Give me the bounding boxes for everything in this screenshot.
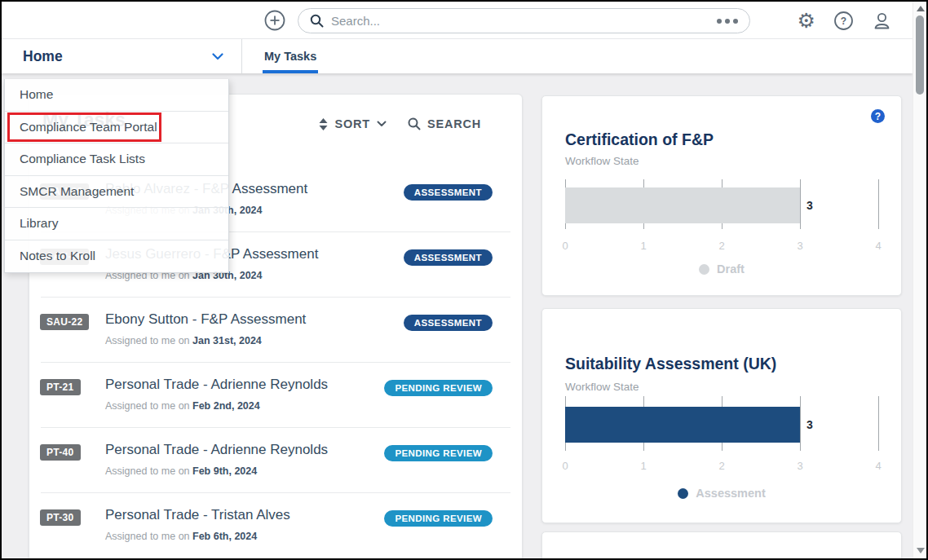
chart-bar	[565, 187, 800, 223]
home-dropdown-label: Home	[23, 48, 63, 65]
axis-tick-label: 0	[562, 240, 568, 252]
task-row[interactable]: PT-30Personal Trade - Tristan AlvesAssig…	[29, 498, 522, 560]
scroll-down-icon[interactable]	[917, 548, 925, 553]
axis-tick-label: 2	[718, 240, 724, 252]
tab-my-tasks[interactable]: My Tasks	[253, 39, 328, 73]
chart-card-certification: ?Certification of F&PWorkflow State01234…	[541, 95, 902, 296]
chart-subtitle: Workflow State	[565, 155, 639, 167]
menu-item-label: SMCR Management	[20, 184, 134, 199]
task-status-badge: PENDING REVIEW	[384, 510, 493, 527]
menu-item-label: Compliance Task Lists	[20, 152, 145, 166]
task-status-badge: ASSESSMENT	[404, 184, 493, 201]
chart-legend: Draft	[542, 262, 901, 276]
chart-plot-area	[565, 396, 878, 451]
search-tasks-button[interactable]: SEARCH	[408, 117, 481, 130]
task-row[interactable]: PT-40Personal Trade - Adrienne ReynoldsA…	[29, 433, 522, 498]
chevron-down-icon	[212, 53, 223, 60]
menu-item-label: Notes to Kroll	[20, 249, 95, 263]
task-assigned-date: Assigned to me on Feb 9th, 2024	[105, 465, 257, 477]
chart-card-partial	[541, 531, 902, 560]
axis-tick-label: 4	[875, 240, 881, 252]
user-icon	[872, 11, 892, 31]
sort-arrows-icon	[319, 118, 328, 130]
chevron-down-icon	[377, 121, 387, 127]
chart-card-suitability: Suitability Assessment (UK)Workflow Stat…	[541, 308, 902, 523]
legend-dot-icon	[699, 264, 709, 275]
plus-circle-icon	[264, 10, 285, 31]
legend-label: Assessment	[696, 487, 765, 500]
axis-tick-label: 2	[718, 460, 724, 472]
axis-tick-label: 0	[562, 460, 568, 472]
task-id-badge: SAU-22	[40, 314, 89, 330]
sort-label: SORT	[334, 117, 369, 130]
legend-label: Draft	[717, 262, 745, 276]
app-window: ⚙ ? Home My Tasks	[0, 0, 928, 560]
search-input[interactable]	[331, 14, 717, 28]
global-search-bar[interactable]	[298, 8, 750, 33]
active-tab-indicator	[263, 70, 318, 73]
axis-tick-line	[878, 179, 879, 229]
question-circle-icon: ?	[833, 11, 854, 31]
task-title: Personal Trade - Tristan Alves	[105, 507, 290, 523]
chart-bar	[565, 407, 800, 443]
svg-text:?: ?	[841, 15, 846, 27]
task-assigned-date: Assigned to me on Feb 2nd, 2024	[105, 400, 260, 412]
chart-subtitle: Workflow State	[565, 381, 639, 393]
home-dropdown[interactable]: Home	[2, 39, 242, 73]
menu-item-label: Library	[20, 216, 58, 231]
task-title: Personal Trade - Adrienne Reynolds	[105, 377, 328, 393]
chart-title: Suitability Assessment (UK)	[565, 355, 776, 373]
task-id-badge: PT-30	[40, 509, 81, 526]
menu-item-smcr-management[interactable]: SMCR Management	[5, 176, 228, 209]
scrollbar-thumb[interactable]	[916, 15, 924, 95]
search-icon	[310, 14, 324, 28]
task-status-badge: PENDING REVIEW	[384, 445, 493, 461]
task-assigned-date: Assigned to me on Feb 6th, 2024	[105, 531, 257, 542]
search-tasks-label: SEARCH	[427, 117, 481, 130]
chart-plot-area	[565, 179, 878, 229]
task-title: Personal Trade - Adrienne Reynolds	[105, 442, 328, 458]
nav-bar: Home My Tasks	[2, 39, 913, 73]
gear-icon: ⚙	[798, 11, 815, 31]
axis-tick-line	[878, 396, 879, 451]
help-button[interactable]: ?	[833, 11, 854, 31]
task-status-badge: ASSESSMENT	[404, 249, 493, 266]
axis-tick-label: 3	[797, 460, 802, 472]
search-icon	[408, 117, 421, 130]
task-row[interactable]: SAU-22Ebony Sutton - F&P AssessmentAssig…	[29, 302, 522, 368]
home-dropdown-menu: HomeCompliance Team PortalCompliance Tas…	[4, 79, 229, 273]
task-row[interactable]: PT-21Personal Trade - Adrienne ReynoldsA…	[29, 368, 522, 433]
menu-item-label: Compliance Team Portal	[20, 120, 157, 134]
menu-item-library[interactable]: Library	[5, 208, 228, 240]
axis-tick-label: 4	[875, 460, 881, 472]
settings-button[interactable]: ⚙	[798, 11, 815, 31]
profile-button[interactable]	[872, 11, 892, 31]
chart-title: Certification of F&P	[565, 130, 714, 149]
axis-tick-line	[800, 179, 801, 229]
menu-item-compliance-team-portal[interactable]: Compliance Team Portal	[5, 112, 228, 144]
task-status-badge: ASSESSMENT	[404, 315, 493, 331]
chart-legend: Assessment	[542, 487, 901, 500]
legend-dot-icon	[678, 488, 688, 499]
sort-button[interactable]: SORT	[319, 117, 386, 130]
bar-value-label: 3	[806, 199, 813, 212]
bar-value-label: 3	[806, 418, 813, 431]
chart-help-icon[interactable]: ?	[871, 109, 885, 123]
tab-my-tasks-label: My Tasks	[264, 50, 316, 63]
menu-item-compliance-task-lists[interactable]: Compliance Task Lists	[5, 143, 228, 176]
axis-tick-line	[800, 396, 801, 451]
vertical-scrollbar[interactable]	[913, 2, 926, 558]
scroll-up-icon[interactable]	[917, 6, 925, 11]
menu-item-notes-to-kroll[interactable]: Notes to Kroll	[5, 240, 228, 273]
top-bar: ⚙ ?	[2, 2, 913, 39]
add-button[interactable]	[264, 10, 285, 31]
axis-tick-label: 3	[797, 240, 802, 252]
task-id-badge: PT-21	[40, 379, 81, 395]
axis-tick-label: 1	[640, 240, 646, 252]
search-options-icon[interactable]	[717, 19, 738, 24]
axis-tick-label: 1	[640, 460, 646, 472]
menu-item-label: Home	[20, 87, 53, 102]
task-assigned-date: Assigned to me on Jan 31st, 2024	[105, 335, 262, 346]
task-id-badge: PT-40	[40, 444, 81, 461]
menu-item-home[interactable]: Home	[5, 79, 228, 112]
